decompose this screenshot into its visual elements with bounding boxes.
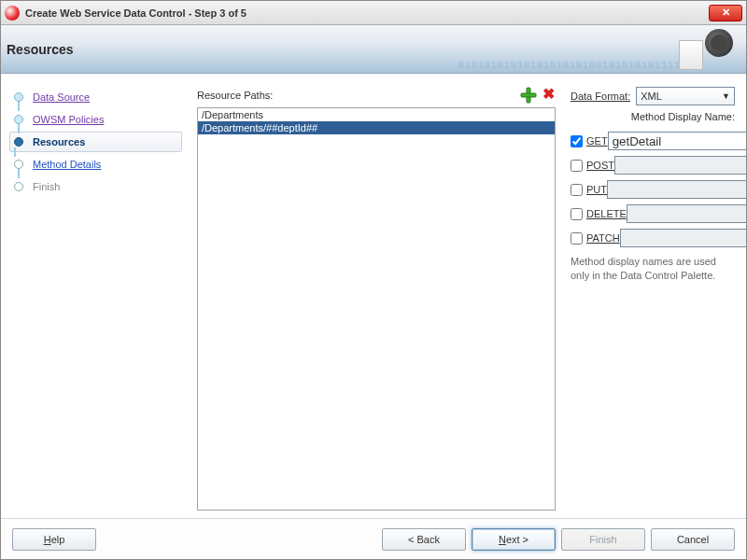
step-label: Finish [33, 181, 60, 192]
resource-paths-toolbar: ✖ [520, 87, 556, 104]
wizard-footer: Help < Back Next > Finish Cancel [1, 518, 746, 559]
step-label: Resources [33, 136, 85, 147]
method-patch-checkbox[interactable] [571, 232, 583, 245]
method-delete-label: DELETE [586, 208, 627, 219]
banner-art [675, 27, 735, 72]
method-row-put: PUT [571, 180, 735, 199]
method-put-label: PUT [586, 184, 607, 195]
step-bullet-icon [14, 182, 23, 191]
list-item[interactable]: /Departments/##deptId## [198, 121, 555, 134]
method-row-patch: PATCH [571, 229, 735, 247]
method-get-checkbox[interactable] [571, 135, 583, 147]
add-path-button[interactable] [520, 87, 537, 104]
method-delete-checkbox[interactable] [571, 208, 583, 220]
next-button[interactable]: Next > [472, 528, 556, 551]
plus-icon [520, 87, 537, 104]
resource-paths-panel: Resource Paths: ✖ /Departments /Departme… [188, 74, 563, 518]
finish-button: Finish [561, 528, 645, 551]
method-get-label: GET [586, 135, 608, 147]
app-icon [5, 6, 20, 21]
data-format-label: Data Format: [571, 91, 630, 102]
back-button[interactable]: < Back [382, 528, 466, 551]
list-item[interactable]: /Departments [198, 108, 555, 121]
document-icon [679, 40, 703, 70]
step-finish: Finish [14, 176, 182, 197]
resource-paths-header: Resource Paths: ✖ [197, 87, 556, 104]
method-display-name-label: Method Display Name: [571, 111, 735, 122]
method-put-checkbox[interactable] [571, 184, 583, 196]
chevron-down-icon: ▼ [722, 91, 730, 101]
help-button[interactable]: Help [12, 528, 96, 551]
data-format-select[interactable]: XML ▼ [636, 87, 735, 105]
method-delete-name-input [627, 204, 746, 223]
remove-path-button[interactable]: ✖ [541, 87, 556, 102]
next-button-label: Next > [499, 534, 529, 545]
resource-paths-label: Resource Paths: [197, 90, 273, 101]
step-data-source: Data Source [14, 87, 182, 107]
data-format-value: XML [641, 91, 662, 102]
step-bullet-icon [14, 137, 23, 147]
step-method-details[interactable]: Method Details [14, 154, 182, 175]
titlebar: Create Web Service Data Control - Step 3… [1, 1, 746, 25]
method-patch-name-input [620, 229, 746, 247]
method-put-name-input [607, 180, 746, 199]
method-patch-label: PATCH [586, 232, 620, 244]
method-row-post: POST [571, 156, 735, 175]
method-row-get: GET [571, 132, 735, 150]
close-button[interactable] [709, 5, 742, 21]
step-resources: Resources [9, 132, 182, 152]
step-label: OWSM Policies [33, 114, 104, 125]
main-area: Data Source OWSM Policies Resources Meth… [1, 74, 746, 518]
method-display-helper-text: Method display names are used only in th… [571, 255, 735, 284]
step-label: Method Details [33, 159, 101, 170]
cancel-button[interactable]: Cancel [651, 528, 735, 551]
wizard-steps: Data Source OWSM Policies Resources Meth… [1, 74, 188, 518]
step-bullet-icon [14, 160, 23, 169]
window-title: Create Web Service Data Control - Step 3… [25, 7, 709, 19]
back-button-label: < Back [408, 534, 440, 545]
step-label: Data Source [33, 91, 90, 103]
wizard-window: Create Web Service Data Control - Step 3… [0, 0, 747, 560]
method-row-delete: DELETE [571, 204, 735, 223]
step-bullet-icon [14, 92, 23, 102]
resource-paths-list[interactable]: /Departments /Departments/##deptId## [197, 107, 556, 511]
help-button-label: Help [44, 534, 65, 545]
cancel-button-label: Cancel [677, 534, 709, 545]
banner-decoration-digits: 0101010101010101010100101010101111 [458, 61, 681, 71]
step-owsm-policies[interactable]: OWSM Policies [14, 109, 182, 130]
header-banner: Resources 010101010101010101010010101010… [1, 25, 746, 74]
data-format-row: Data Format: XML ▼ [571, 87, 735, 105]
method-post-name-input [614, 156, 746, 175]
svg-rect-1 [521, 93, 536, 97]
method-post-label: POST [586, 160, 614, 171]
step-bullet-icon [14, 115, 23, 124]
method-properties-panel: Data Format: XML ▼ Method Display Name: … [563, 74, 746, 518]
page-title: Resources [7, 42, 74, 57]
finish-button-label: Finish [589, 534, 616, 545]
film-reel-icon [705, 29, 733, 57]
method-post-checkbox[interactable] [571, 160, 583, 172]
method-get-name-input[interactable] [608, 132, 746, 150]
